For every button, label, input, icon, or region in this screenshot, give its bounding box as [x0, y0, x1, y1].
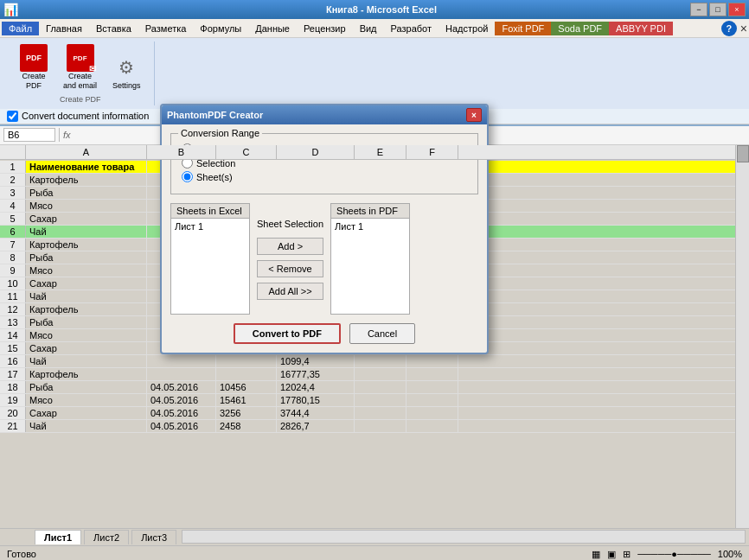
- zoom-slider[interactable]: ─────●─────: [637, 549, 711, 559]
- sheet-tab-lист1[interactable]: Лист1: [35, 530, 81, 544]
- maximize-btn[interactable]: □: [709, 3, 727, 16]
- create-email-icon: PDF ✉: [67, 44, 94, 72]
- help-icon[interactable]: ?: [721, 21, 737, 36]
- sheet-tab-лист3[interactable]: Лист3: [131, 530, 176, 544]
- title-bar: 📊 Книга8 - Microsoft Excel − □ ×: [0, 0, 749, 19]
- cell-reference[interactable]: [3, 128, 55, 142]
- convert-doc-info-checkbox[interactable]: [7, 111, 18, 122]
- table-row: 19 Мясо 04.05.2016 15461 17780,15: [0, 394, 735, 407]
- create-email-label: Createand email: [63, 72, 97, 91]
- col-header-e: E: [355, 145, 407, 159]
- remove-sheet-button[interactable]: < Remove: [257, 260, 323, 277]
- col-header-a: A: [26, 145, 147, 159]
- column-headers: A B C D E F: [0, 145, 735, 160]
- radio-sheets[interactable]: Sheet(s): [182, 171, 467, 182]
- menu-formulas[interactable]: Формулы: [193, 22, 248, 35]
- sheets-in-excel-label: Sheets in Excel: [171, 204, 249, 219]
- radio-sheets-label: Sheet(s): [196, 172, 233, 182]
- window-title: Книга8 - Microsoft Excel: [73, 4, 690, 15]
- sheet-selection-label: Sheet Selection: [257, 219, 323, 229]
- convert-to-pdf-button[interactable]: Convert to PDF: [234, 323, 341, 344]
- col-header-f: F: [407, 145, 458, 159]
- cancel-button[interactable]: Cancel: [349, 323, 415, 344]
- table-row: 21 Чай 04.05.2016 2458 2826,7: [0, 420, 735, 433]
- view-page-icon[interactable]: ⊞: [623, 549, 631, 560]
- conversion-range-label: Conversion Range: [178, 128, 262, 138]
- close-excel-icon[interactable]: ×: [740, 22, 747, 35]
- col-header-c: C: [216, 145, 277, 159]
- phantompdf-dialog: PhantomPDF Creator × Conversion Range En…: [160, 104, 489, 354]
- sheets-in-pdf-label: Sheets in PDF: [331, 204, 409, 219]
- col-header-d: D: [277, 145, 355, 159]
- table-row: 20 Сахар 04.05.2016 3256 3744,4: [0, 407, 735, 420]
- minimize-btn[interactable]: −: [690, 3, 707, 16]
- sheet-tab-bar: Лист1 Лист2 Лист3: [0, 528, 749, 545]
- status-bar: Готово ▦ ▣ ⊞ ─────●───── 100%: [0, 545, 749, 560]
- dialog-buttons: Convert to PDF Cancel: [170, 323, 478, 344]
- dialog-title-bar: PhantomPDF Creator ×: [162, 105, 487, 124]
- status-text: Готово: [7, 549, 36, 559]
- menu-file[interactable]: Файл: [2, 22, 39, 35]
- create-pdf-group-label: Create PDF: [60, 95, 101, 104]
- excel-sheet-item[interactable]: Лист 1: [173, 220, 247, 232]
- horizontal-scrollbar[interactable]: [182, 530, 746, 544]
- conversion-range-group: Conversion Range Entire Workbook Selecti…: [170, 133, 478, 194]
- sheet-tab-лист2[interactable]: Лист2: [84, 530, 129, 544]
- ribbon-content: PDF CreatePDF PDF ✉ Createand email: [0, 38, 749, 109]
- pdf-sheet-item[interactable]: Лист 1: [333, 220, 407, 232]
- settings-icon: ⚙: [112, 54, 140, 81]
- add-all-sheets-button[interactable]: Add All >>: [257, 283, 323, 300]
- menu-layout[interactable]: Разметка: [138, 22, 194, 35]
- sheets-in-excel-list[interactable]: Лист 1: [171, 219, 249, 314]
- close-btn[interactable]: ×: [728, 3, 746, 16]
- status-right: ▦ ▣ ⊞ ─────●───── 100%: [592, 549, 742, 560]
- fx-label: fx: [63, 130, 71, 140]
- table-row: 16 Чай 1099,4: [0, 355, 735, 368]
- dialog-close-button[interactable]: ×: [466, 108, 482, 122]
- menu-review[interactable]: Рецензир: [297, 22, 353, 35]
- table-row: 17 Картофель 16777,35: [0, 368, 735, 381]
- sheets-area: Sheets in Excel Лист 1 Sheet Selection A…: [170, 203, 478, 315]
- menu-dev[interactable]: Разработ: [384, 22, 439, 35]
- row-num-header: [0, 145, 26, 159]
- menu-foxit[interactable]: Foxit PDF: [495, 22, 551, 35]
- scroll-thumb[interactable]: [737, 145, 749, 162]
- sheets-in-pdf-list[interactable]: Лист 1: [331, 219, 409, 314]
- menu-addins[interactable]: Надстрой: [439, 22, 495, 35]
- menu-home[interactable]: Главная: [39, 22, 89, 35]
- menu-data[interactable]: Данные: [248, 22, 297, 35]
- create-email-button[interactable]: PDF ✉ Createand email: [57, 41, 103, 93]
- view-normal-icon[interactable]: ▦: [592, 549, 600, 560]
- menu-view[interactable]: Вид: [353, 22, 384, 35]
- settings-button[interactable]: ⚙ Settings: [106, 51, 147, 93]
- view-layout-icon[interactable]: ▣: [607, 549, 616, 560]
- ribbon-group-create-pdf: PDF CreatePDF PDF ✉ Createand email: [7, 41, 155, 105]
- col-header-b: B: [147, 145, 216, 159]
- menu-abbyy[interactable]: ABBYY PDI: [609, 22, 673, 35]
- formula-divider: [59, 128, 60, 142]
- radio-sheets-input[interactable]: [182, 171, 193, 182]
- sheet-tabs: Лист1 Лист2 Лист3: [0, 530, 178, 544]
- sheets-in-pdf-box: Sheets in PDF Лист 1: [330, 203, 410, 315]
- dialog-title: PhantomPDF Creator: [167, 110, 263, 120]
- table-row: 18 Рыба 04.05.2016 10456 12024,4: [0, 381, 735, 394]
- create-pdf-button[interactable]: PDF CreatePDF: [14, 41, 54, 93]
- sheets-in-excel-box: Sheets in Excel Лист 1: [170, 203, 250, 315]
- sheet-selection-controls: Sheet Selection Add > < Remove Add All >…: [255, 203, 325, 315]
- menu-bar: Файл Главная Вставка Разметка Формулы Да…: [0, 19, 749, 38]
- convert-doc-info-label: Convert document information: [22, 111, 149, 121]
- settings-label: Settings: [112, 81, 141, 91]
- vertical-scrollbar[interactable]: [735, 145, 749, 528]
- menu-soda[interactable]: Soda PDF: [551, 22, 609, 35]
- add-sheet-button[interactable]: Add >: [257, 238, 323, 255]
- create-pdf-icon: PDF: [20, 44, 48, 72]
- menu-insert[interactable]: Вставка: [89, 22, 138, 35]
- zoom-level: 100%: [718, 549, 742, 559]
- create-pdf-label: CreatePDF: [22, 72, 45, 91]
- window-controls[interactable]: − □ ×: [690, 3, 746, 16]
